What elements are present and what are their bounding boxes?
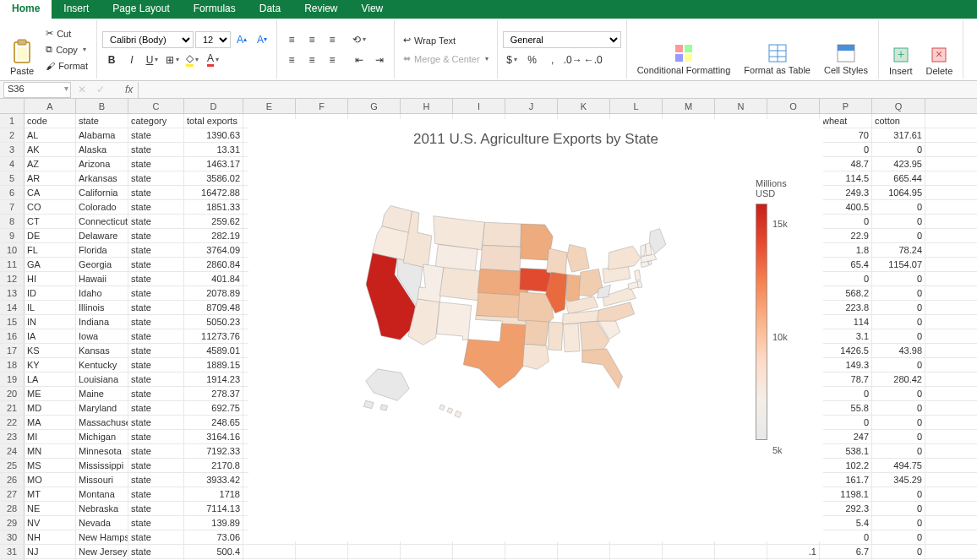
cell[interactable]: 568.2 (820, 286, 872, 300)
cell[interactable]: 7114.13 (184, 502, 243, 515)
borders-button[interactable]: ⊞▾ (163, 52, 182, 68)
cell[interactable] (663, 545, 715, 558)
cell[interactable]: AK (25, 143, 76, 156)
cell[interactable]: 0 (872, 229, 925, 242)
cell[interactable]: cotton (872, 114, 925, 128)
cell[interactable] (243, 545, 296, 558)
row-header[interactable]: 27 (0, 487, 25, 501)
cell[interactable]: 278.37 (184, 387, 243, 400)
number-format-select[interactable]: General (503, 31, 621, 48)
cell[interactable]: 114 (820, 315, 872, 329)
cell[interactable]: Minnesota (76, 444, 128, 458)
align-bottom-button[interactable]: ≡ (323, 31, 341, 48)
cell[interactable]: CT (25, 215, 76, 228)
cell[interactable] (401, 545, 453, 558)
shrink-font-button[interactable]: A▾ (253, 31, 271, 48)
cell[interactable]: 345.29 (872, 473, 925, 487)
row-header[interactable]: 24 (0, 444, 25, 458)
cell[interactable]: state (128, 530, 184, 544)
cell[interactable]: 3586.02 (184, 171, 243, 185)
cell[interactable]: state (128, 459, 184, 472)
cell[interactable]: 78.7 (820, 372, 872, 386)
tab-insert[interactable]: Insert (52, 0, 101, 19)
row-header[interactable]: 14 (0, 301, 25, 314)
fill-color-button[interactable]: ◇▾ (183, 52, 202, 68)
cell[interactable]: LA (25, 372, 76, 386)
row-header[interactable]: 8 (0, 215, 25, 228)
cell[interactable]: state (128, 387, 184, 400)
row-header[interactable]: 9 (0, 229, 25, 242)
cell[interactable]: 65.4 (820, 258, 872, 271)
cell[interactable]: 3.1 (820, 329, 872, 343)
cell[interactable]: state (128, 157, 184, 171)
cell[interactable]: state (128, 229, 184, 242)
cell[interactable]: Hawaii (76, 272, 128, 285)
tab-home[interactable]: Home (0, 0, 52, 19)
row-header[interactable]: 5 (0, 171, 25, 185)
row-header[interactable]: 28 (0, 502, 25, 515)
align-right-button[interactable]: ≡ (323, 52, 341, 68)
cell[interactable]: state (128, 329, 184, 343)
cell[interactable]: Iowa (76, 329, 128, 343)
percent-button[interactable]: % (523, 52, 542, 68)
cell[interactable]: 692.75 (184, 401, 243, 415)
decrease-indent-button[interactable]: ⇤ (350, 52, 368, 68)
cell[interactable]: 0 (872, 301, 925, 314)
cell[interactable]: 494.75 (872, 459, 925, 472)
col-header-H[interactable]: H (401, 99, 453, 113)
cell[interactable]: 0 (872, 516, 925, 530)
cell[interactable]: MT (25, 487, 76, 501)
col-header-D[interactable]: D (184, 99, 243, 113)
cell[interactable]: 1889.15 (184, 358, 243, 372)
cell[interactable]: MI (25, 430, 76, 443)
cell[interactable]: Massachusetts (76, 416, 128, 429)
cell[interactable]: 259.62 (184, 215, 243, 228)
cell[interactable]: state (128, 344, 184, 357)
cell[interactable]: 48.7 (820, 157, 872, 171)
cell[interactable]: Montana (76, 487, 128, 501)
cell[interactable] (505, 545, 558, 558)
row-header[interactable]: 6 (0, 186, 25, 199)
cell[interactable]: 2078.89 (184, 286, 243, 300)
cell[interactable]: 317.61 (872, 128, 925, 142)
cell[interactable]: state (128, 430, 184, 443)
row-header[interactable]: 26 (0, 473, 25, 487)
cell[interactable]: IL (25, 301, 76, 314)
cell[interactable]: 5.4 (820, 516, 872, 530)
cell[interactable]: Arkansas (76, 171, 128, 185)
cell[interactable]: 1064.95 (872, 186, 925, 199)
grow-font-button[interactable]: A▴ (232, 31, 251, 48)
cell[interactable]: AR (25, 171, 76, 185)
cell[interactable] (296, 545, 348, 558)
cell[interactable]: state (128, 171, 184, 185)
cell[interactable]: code (25, 114, 76, 128)
spreadsheet-grid[interactable]: ABCDEFGHIJKLMNOPQ 1codestatecategorytota… (0, 99, 977, 560)
cell[interactable]: New Jersey (76, 545, 128, 558)
cell[interactable]: 1426.5 (820, 344, 872, 357)
cell[interactable]: state (128, 143, 184, 156)
cell[interactable]: New Hampshire (76, 530, 128, 544)
tab-page-layout[interactable]: Page Layout (101, 0, 181, 19)
col-header-E[interactable]: E (243, 99, 296, 113)
cell[interactable]: state (128, 401, 184, 415)
cell[interactable]: KS (25, 344, 76, 357)
cell[interactable]: MN (25, 444, 76, 458)
row-header[interactable]: 21 (0, 401, 25, 415)
col-header-P[interactable]: P (820, 99, 872, 113)
align-left-button[interactable]: ≡ (282, 52, 301, 68)
cell[interactable]: 249.3 (820, 186, 872, 199)
cell[interactable]: NJ (25, 545, 76, 558)
cell[interactable]: AZ (25, 157, 76, 171)
cell[interactable]: state (128, 487, 184, 501)
cell[interactable]: 139.89 (184, 516, 243, 530)
row-header[interactable]: 16 (0, 329, 25, 343)
cell[interactable]: MD (25, 401, 76, 415)
cell[interactable]: 1.8 (820, 243, 872, 257)
cell[interactable]: FL (25, 243, 76, 257)
cell[interactable]: category (128, 114, 184, 128)
cell[interactable]: NE (25, 502, 76, 515)
cell[interactable]: CO (25, 200, 76, 214)
cell[interactable]: 0 (872, 387, 925, 400)
cell[interactable]: 0 (872, 272, 925, 285)
cell[interactable]: state (128, 200, 184, 214)
